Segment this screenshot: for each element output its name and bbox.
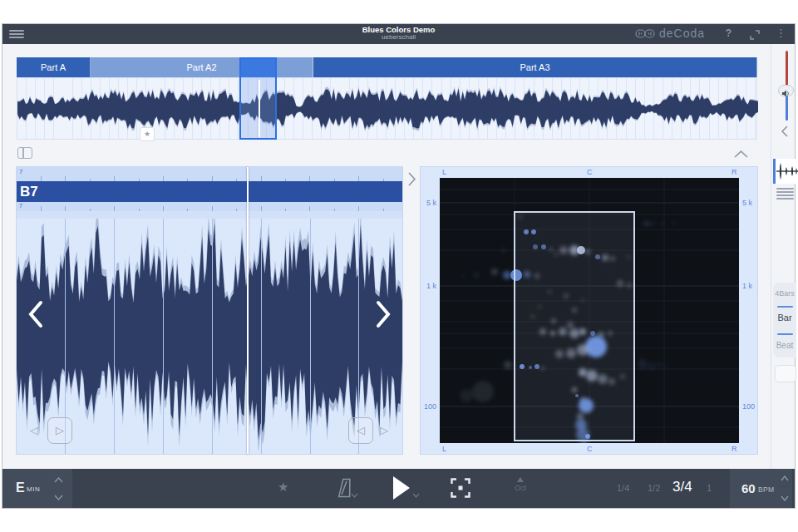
- transport-bar: E MIN ★ Oct 1/4 1/2 3/4: [2, 469, 795, 508]
- song-overview: Part A Part A2 Part A3 ★: [17, 57, 757, 140]
- split-view-icon[interactable]: [17, 147, 32, 159]
- tool-waveform-view[interactable]: [773, 159, 798, 184]
- chord-bar[interactable]: B7: [17, 181, 402, 202]
- play-button[interactable]: [393, 476, 410, 500]
- empty-slot[interactable]: [775, 365, 796, 382]
- nudge-left-icon[interactable]: ◁: [30, 425, 38, 436]
- zoom-option-beat[interactable]: Beat: [773, 341, 796, 350]
- pan-label-right-b: R: [732, 445, 737, 453]
- freq-label-1k-r: 1 k: [742, 282, 752, 290]
- bar-ruler-top[interactable]: 7: [17, 167, 402, 181]
- freq-label-100-r: 100: [742, 402, 755, 411]
- freq-label-1k: 1 k: [426, 282, 436, 290]
- sidebar-divider: [771, 44, 771, 469]
- pan-label-left-b: L: [442, 445, 446, 453]
- zoom-divider: [777, 333, 793, 335]
- top-bar: Blues Colors Demo ueberschall deCoda ?: [2, 24, 795, 44]
- freq-label-5k: 5 k: [426, 199, 436, 207]
- volume-slider-lower[interactable]: [786, 96, 788, 121]
- play-mode-chevron[interactable]: [412, 493, 420, 498]
- marker-star-badge[interactable]: ★: [140, 127, 155, 141]
- panel-expand-chevron[interactable]: [407, 172, 416, 190]
- octave-label: Oct: [507, 484, 534, 492]
- key-mode: MIN: [27, 485, 40, 493]
- volume-slider-upper[interactable]: [786, 51, 788, 87]
- pan-label-center-b: C: [587, 445, 593, 453]
- spectrum-selection[interactable]: [514, 211, 635, 441]
- beat-strip: [17, 211, 402, 219]
- loop-end-button[interactable]: ◁: [348, 417, 373, 444]
- volume-knob[interactable]: [778, 85, 794, 96]
- next-section-arrow[interactable]: [375, 300, 392, 332]
- overview-selection[interactable]: [239, 57, 277, 140]
- detail-playhead[interactable]: [247, 167, 249, 454]
- selection-part-cap: [241, 59, 275, 77]
- grid-line: [114, 219, 115, 454]
- part-label: Part A2: [186, 62, 216, 72]
- fullscreen-icon[interactable]: [750, 28, 760, 43]
- part-segment-a2[interactable]: Part A2: [91, 57, 313, 77]
- freq-label-5k-r: 5 k: [742, 199, 752, 207]
- bpm-value: 60: [741, 481, 756, 495]
- zoom-option-4bars[interactable]: 4Bars: [773, 289, 796, 298]
- more-menu-icon[interactable]: ⋮: [776, 27, 786, 39]
- pan-label-right: R: [732, 168, 737, 176]
- app-window: Blues Colors Demo ueberschall deCoda ?: [2, 23, 796, 509]
- back-outline-icon: ◁: [357, 424, 365, 436]
- bpm-unit: BPM: [758, 485, 774, 494]
- part-segment-a[interactable]: Part A: [17, 57, 91, 77]
- metronome-chevron[interactable]: [351, 493, 358, 498]
- help-button[interactable]: ?: [726, 27, 732, 39]
- grid-line: [261, 219, 262, 454]
- bar-ruler-bottom[interactable]: 7: [17, 202, 402, 211]
- detail-panel: 7 B7 7 ◁ ▷ ◁ ▷: [17, 167, 402, 454]
- chord-label: B7: [20, 184, 38, 200]
- bpm-selector[interactable]: 60 BPM: [730, 469, 792, 508]
- part-segment-a3[interactable]: Part A3: [313, 57, 757, 77]
- part-label: Part A3: [520, 62, 549, 72]
- detail-waveform[interactable]: [17, 219, 402, 454]
- prev-section-arrow[interactable]: [27, 300, 44, 332]
- grid-line: [310, 219, 311, 454]
- collapse-chevron-icon[interactable]: [734, 147, 748, 162]
- overview-playhead: [259, 80, 260, 137]
- overview-waveform[interactable]: [17, 77, 757, 140]
- speed-half[interactable]: 1/2: [648, 483, 660, 493]
- decoda-logo: deCoda: [635, 27, 705, 40]
- octave-up-triangle: [517, 477, 524, 482]
- pan-label-left: L: [442, 168, 446, 176]
- key-note: E: [16, 480, 25, 495]
- play-outline-icon: ▷: [56, 424, 64, 436]
- loop-start-button[interactable]: ▷: [47, 417, 72, 444]
- octave-button[interactable]: Oct: [507, 477, 534, 492]
- dna-logo-icon: [635, 28, 655, 39]
- zoom-option-bar[interactable]: Bar: [773, 313, 796, 323]
- favorite-star-icon[interactable]: ★: [278, 480, 288, 495]
- brand-name: deCoda: [659, 27, 705, 40]
- zoom-level-panel: 4Bars Bar Beat: [773, 283, 796, 357]
- part-label: Part A: [41, 62, 66, 72]
- spectrum-plot[interactable]: [440, 178, 739, 443]
- key-up-chevron[interactable]: [54, 477, 63, 483]
- bar-number: 7: [19, 203, 22, 209]
- metronome-button[interactable]: [337, 478, 351, 501]
- freq-label-100: 100: [424, 402, 436, 411]
- key-selector[interactable]: E MIN: [2, 469, 72, 508]
- bar-number: 7: [19, 168, 22, 175]
- speed-quarter[interactable]: 1/4: [617, 483, 629, 493]
- bpm-down-chevron[interactable]: [781, 495, 789, 501]
- stereo-spectrum-panel: L C R 5 k 1 k 100 5 k 1 k 100 L C R: [421, 167, 757, 454]
- speed-full[interactable]: 1: [707, 483, 712, 493]
- speed-three-quarter[interactable]: 3/4: [672, 479, 692, 495]
- sidebar-collapse-chevron[interactable]: [781, 126, 789, 140]
- part-bar: Part A Part A2 Part A3: [17, 57, 757, 77]
- bpm-up-chevron[interactable]: [781, 475, 789, 481]
- tool-track-list[interactable]: [776, 188, 794, 201]
- pan-label-center: C: [587, 168, 593, 176]
- focus-selection-button[interactable]: [451, 478, 470, 501]
- grid-line: [163, 219, 164, 454]
- nudge-right-icon[interactable]: ▷: [380, 425, 388, 436]
- zoom-divider: [777, 306, 793, 308]
- key-down-chevron[interactable]: [54, 495, 63, 500]
- grid-line: [212, 219, 213, 454]
